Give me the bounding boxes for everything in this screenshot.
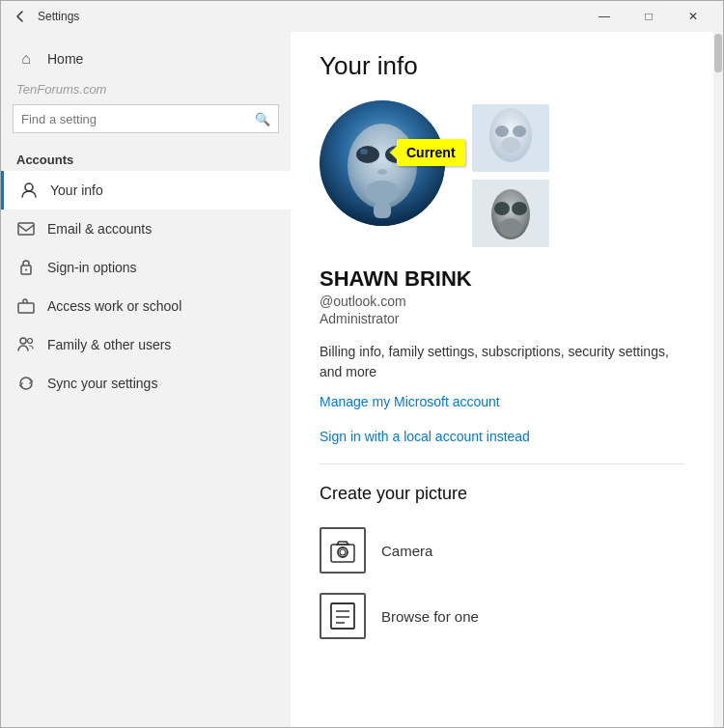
recent-pic-1[interactable] xyxy=(472,104,549,172)
search-input[interactable] xyxy=(21,112,255,126)
email-icon xyxy=(16,219,36,238)
svg-point-20 xyxy=(501,137,520,153)
current-tooltip: Current xyxy=(397,139,465,166)
sidebar-item-sign-in[interactable]: Sign-in options xyxy=(1,248,291,287)
svg-point-11 xyxy=(360,149,368,154)
user-role: Administrator xyxy=(320,311,684,326)
svg-point-0 xyxy=(25,183,33,191)
browse-option[interactable]: Browse for one xyxy=(320,585,684,647)
sidebar-item-access-work[interactable]: Access work or school xyxy=(1,287,291,325)
svg-point-18 xyxy=(495,126,509,137)
sidebar-section-accounts: Accounts xyxy=(1,145,291,171)
titlebar: Settings — □ ✕ xyxy=(1,1,723,32)
local-account-link[interactable]: Sign in with a local account instead xyxy=(320,429,684,444)
search-icon: 🔍 xyxy=(255,112,270,126)
avatar-wrapper: Current xyxy=(320,100,445,226)
sidebar: ⌂ Home TenForums.com 🔍 Accounts Your inf… xyxy=(1,32,291,727)
sidebar-item-family[interactable]: Family & other users xyxy=(1,325,291,364)
sidebar-item-label: Sign-in options xyxy=(47,260,137,275)
family-icon xyxy=(16,335,36,354)
svg-point-24 xyxy=(512,202,527,215)
profile-section: Current xyxy=(320,100,684,247)
camera-icon-box xyxy=(320,527,366,574)
svg-rect-29 xyxy=(331,603,354,629)
user-info: SHAWN BRINK @outlook.com Administrator xyxy=(320,266,684,326)
svg-point-23 xyxy=(494,202,510,215)
sidebar-item-sync[interactable]: Sync your settings xyxy=(1,364,291,403)
svg-rect-15 xyxy=(374,203,391,218)
sidebar-item-label: Family & other users xyxy=(47,337,171,352)
svg-point-3 xyxy=(25,269,27,271)
your-info-icon xyxy=(19,181,39,200)
content-area: ⌂ Home TenForums.com 🔍 Accounts Your inf… xyxy=(1,32,723,727)
recent-pic-2[interactable]: Recent history xyxy=(472,180,549,247)
settings-window: Settings — □ ✕ ⌂ Home TenForums.com 🔍 Ac… xyxy=(0,0,724,728)
svg-point-6 xyxy=(28,339,33,344)
window-title: Settings xyxy=(38,10,582,23)
watermark: TenForums.com xyxy=(1,78,291,100)
sidebar-item-label: Access work or school xyxy=(47,298,181,314)
camera-option[interactable]: Camera xyxy=(320,519,684,581)
close-button[interactable]: ✕ xyxy=(671,1,715,32)
svg-rect-1 xyxy=(18,223,34,235)
search-box[interactable]: 🔍 xyxy=(13,104,279,133)
work-icon xyxy=(16,296,36,316)
svg-rect-4 xyxy=(18,303,34,313)
section-divider xyxy=(320,463,684,464)
sync-icon xyxy=(16,374,36,393)
svg-point-19 xyxy=(513,126,526,137)
svg-point-13 xyxy=(377,169,387,175)
sidebar-item-label: Email & accounts xyxy=(47,221,152,237)
sidebar-item-your-info[interactable]: Your info xyxy=(1,171,291,210)
main-content: Your info Current xyxy=(291,32,713,727)
sign-in-icon xyxy=(16,258,36,277)
home-icon: ⌂ xyxy=(16,49,36,69)
billing-info: Billing info, family settings, subscript… xyxy=(320,342,684,382)
sidebar-item-label: Sync your settings xyxy=(47,376,157,391)
user-name: SHAWN BRINK xyxy=(320,266,684,292)
recent-pic-image-1 xyxy=(472,104,549,172)
user-email: @outlook.com xyxy=(320,294,684,309)
window-controls: — □ ✕ xyxy=(582,1,715,32)
page-title: Your info xyxy=(320,51,684,81)
manage-account-link[interactable]: Manage my Microsoft account xyxy=(320,394,684,409)
sidebar-item-email-accounts[interactable]: Email & accounts xyxy=(1,210,291,248)
svg-point-9 xyxy=(356,146,379,163)
back-button[interactable] xyxy=(9,5,32,28)
sidebar-home[interactable]: ⌂ Home xyxy=(1,40,291,78)
camera-icon xyxy=(328,536,357,565)
recent-pic-image-2 xyxy=(472,180,549,247)
sidebar-item-label: Your info xyxy=(50,182,103,198)
maximize-button[interactable]: □ xyxy=(627,1,671,32)
create-picture-title: Create your picture xyxy=(320,484,684,504)
scrollbar[interactable] xyxy=(713,32,723,727)
svg-point-25 xyxy=(499,218,522,238)
svg-point-17 xyxy=(489,108,532,162)
browse-label: Browse for one xyxy=(381,608,479,625)
svg-point-28 xyxy=(340,549,346,555)
camera-label: Camera xyxy=(381,543,432,559)
minimize-button[interactable]: — xyxy=(582,1,627,32)
recent-pictures: Recent history xyxy=(472,104,549,247)
home-label: Home xyxy=(47,51,83,67)
browse-icon-box xyxy=(320,593,366,639)
svg-point-5 xyxy=(20,338,26,344)
browse-icon xyxy=(329,602,356,630)
svg-point-14 xyxy=(365,181,400,204)
